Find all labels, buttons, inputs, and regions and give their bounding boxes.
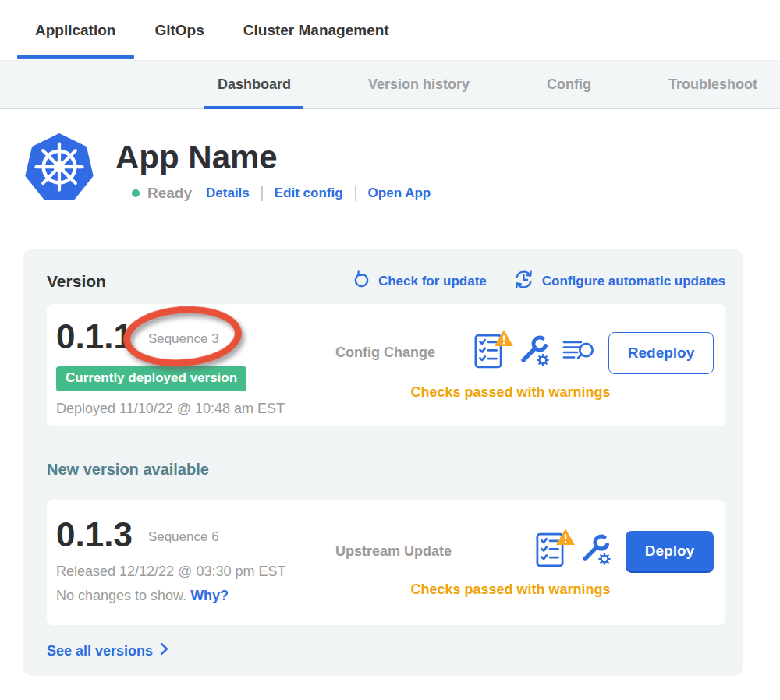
edit-config-wrench-icon[interactable] bbox=[580, 532, 612, 571]
app-header: App Name Ready Details Edit config Open … bbox=[23, 130, 780, 207]
new-version-sequence: Sequence 6 bbox=[148, 525, 219, 545]
tab-cluster-management[interactable]: Cluster Management bbox=[243, 0, 389, 60]
see-all-versions-link[interactable]: See all versions bbox=[47, 642, 725, 659]
version-section-title: Version bbox=[47, 272, 106, 291]
kubernetes-logo-icon bbox=[23, 130, 95, 207]
status-badge: Ready bbox=[147, 185, 192, 202]
preflight-checks-icon[interactable] bbox=[474, 334, 507, 372]
tab-application[interactable]: Application bbox=[35, 0, 115, 60]
deployed-timestamp: Deployed 11/10/22 @ 10:48 am EST bbox=[56, 401, 329, 417]
warning-triangle-icon bbox=[494, 329, 514, 350]
tab-troubleshoot[interactable]: Troubleshoot bbox=[668, 61, 757, 108]
new-version-available-heading: New version available bbox=[47, 461, 725, 479]
released-timestamp: Released 12/12/22 @ 03:30 pm EST bbox=[56, 564, 329, 580]
current-version-sequence: Sequence 3 bbox=[148, 327, 219, 347]
currently-deployed-badge: Currently deployed version bbox=[56, 366, 246, 391]
app-sub-nav: Dashboard Version history Config Trouble… bbox=[0, 60, 780, 109]
open-app-link[interactable]: Open App bbox=[368, 186, 431, 201]
new-version-number: 0.1.3 bbox=[56, 518, 133, 552]
preflight-checks-icon[interactable] bbox=[536, 532, 569, 571]
deploy-button[interactable]: Deploy bbox=[626, 531, 714, 571]
divider bbox=[355, 186, 356, 201]
app-status-row: Ready Details Edit config Open App bbox=[115, 185, 431, 202]
status-dot-icon bbox=[132, 189, 140, 197]
current-version-checks-status: Checks passed with warnings bbox=[335, 384, 714, 401]
refresh-icon bbox=[353, 270, 370, 292]
tab-dashboard[interactable]: Dashboard bbox=[218, 61, 291, 108]
check-for-update-link[interactable]: Check for update bbox=[353, 270, 487, 292]
divider bbox=[261, 186, 263, 201]
no-changes-text: No changes to show. bbox=[56, 588, 186, 603]
view-diff-icon[interactable] bbox=[562, 337, 595, 369]
version-section: Version Check for update bbox=[23, 249, 743, 676]
new-version-source: Upstream Update bbox=[335, 543, 452, 560]
current-version-source: Config Change bbox=[335, 345, 435, 361]
page-title: App Name bbox=[115, 140, 431, 175]
tab-config[interactable]: Config bbox=[547, 61, 591, 108]
redeploy-button[interactable]: Redeploy bbox=[608, 332, 714, 374]
primary-nav: Application GitOps Cluster Management bbox=[0, 0, 780, 60]
tab-version-history[interactable]: Version history bbox=[368, 61, 470, 108]
edit-config-wrench-icon[interactable] bbox=[519, 334, 551, 372]
new-version-checks-status: Checks passed with warnings bbox=[335, 582, 714, 598]
configure-automatic-updates-link[interactable]: Configure automatic updates bbox=[513, 269, 725, 294]
why-link[interactable]: Why? bbox=[190, 588, 229, 603]
current-version-number: 0.1.1 bbox=[56, 320, 133, 354]
edit-config-link[interactable]: Edit config bbox=[275, 186, 343, 201]
current-version-row: 0.1.1 Sequence 3 Currently deployed vers… bbox=[47, 304, 725, 426]
warning-triangle-icon bbox=[555, 528, 576, 549]
chevron-right-icon bbox=[160, 642, 168, 659]
auto-update-clock-icon bbox=[513, 269, 534, 294]
tab-gitops[interactable]: GitOps bbox=[154, 0, 204, 60]
details-link[interactable]: Details bbox=[206, 186, 250, 201]
new-version-row: 0.1.3 Sequence 6 Released 12/12/22 @ 03:… bbox=[47, 500, 725, 625]
